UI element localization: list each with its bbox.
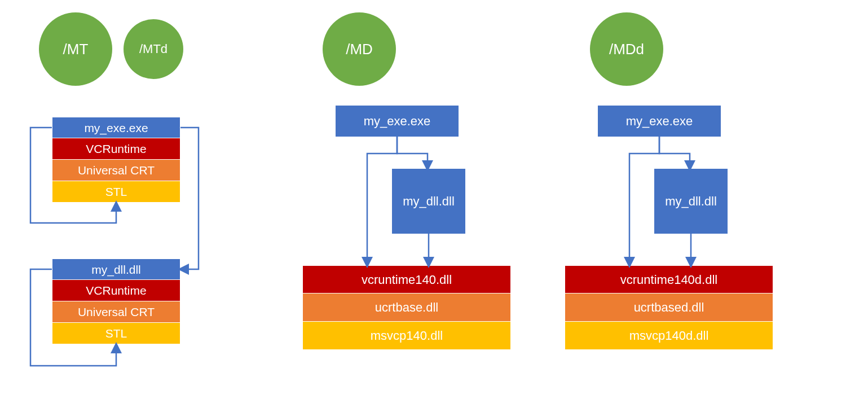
label-circle-mt: /MT [39,12,112,86]
center-dll-text: my_dll.dll [403,194,455,209]
center-exe: my_exe.exe [336,106,459,137]
center-ucrtbase: ucrtbase.dll [302,294,511,322]
left-exe-row: my_exe.exe [52,117,180,138]
left-exe-vcruntime: VCRuntime [52,138,180,160]
center-msvcp: msvcp140.dll [302,322,511,350]
left-dll-stack: my_dll.dll VCRuntime Universal CRT STL [52,259,180,344]
label-circle-mdd: /MDd [590,12,663,86]
right-exe-text: my_exe.exe [626,114,693,129]
arrow-right-exe-to-dll [659,137,690,169]
left-dll-stl: STL [52,323,180,344]
label-circle-mtd: /MTd [124,19,183,79]
right-stack: vcruntime140d.dll ucrtbased.dll msvcp140… [565,265,773,350]
right-msvcp: msvcp140d.dll [565,322,773,350]
center-exe-text: my_exe.exe [364,114,431,129]
left-exe-ucrt: Universal CRT [52,160,180,181]
right-dll-text: my_dll.dll [665,194,717,209]
label-mtd-text: /MTd [139,42,168,56]
right-vcruntime: vcruntime140d.dll [565,265,773,294]
right-ucrtbase: ucrtbased.dll [565,294,773,322]
arrow-center-exe-to-dll [397,137,428,169]
right-exe: my_exe.exe [598,106,721,137]
right-dll: my_dll.dll [654,169,728,234]
left-exe-stl: STL [52,181,180,203]
center-dll: my_dll.dll [392,169,465,234]
left-dll-ucrt: Universal CRT [52,301,180,323]
center-vcruntime: vcruntime140.dll [302,265,511,294]
label-md-text: /MD [346,41,373,58]
diagram-canvas: /MT /MTd /MD /MDd my_exe.exe VCRuntime U… [0,0,868,403]
left-dll-vcruntime: VCRuntime [52,280,180,301]
left-dll-row: my_dll.dll [52,259,180,280]
label-mt-text: /MT [63,41,89,58]
label-mdd-text: /MDd [609,41,644,58]
label-circle-md: /MD [323,12,396,86]
left-exe-stack: my_exe.exe VCRuntime Universal CRT STL [52,117,180,203]
arrow-left-exe-to-dll [180,128,199,269]
center-stack: vcruntime140.dll ucrtbase.dll msvcp140.d… [302,265,511,350]
